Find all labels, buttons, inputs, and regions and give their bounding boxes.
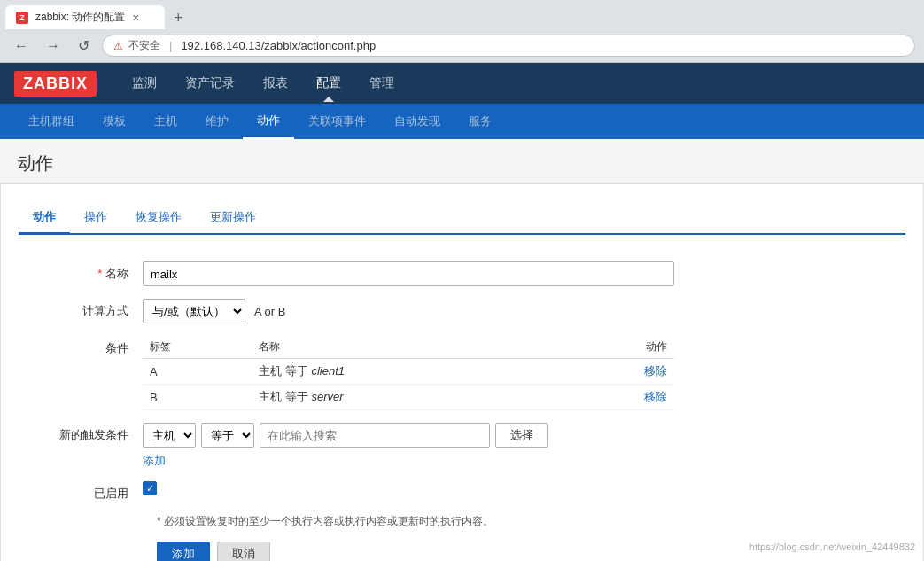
calc-row: 计算方式 与/或（默认） A or B	[19, 299, 905, 323]
calc-desc: A or B	[254, 305, 285, 318]
top-nav-item-assets[interactable]: 资产记录	[171, 65, 249, 102]
col-tag: 标签	[143, 336, 252, 359]
name-control	[143, 261, 674, 286]
top-nav-items: 监测 资产记录 报表 配置 管理	[118, 65, 408, 102]
footer-note: * 必须设置恢复时的至少一个执行内容或执行内容或更新时的执行内容。	[157, 514, 905, 529]
remove-link-a[interactable]: 移除	[644, 364, 667, 378]
sub-nav-discovery[interactable]: 自动发现	[380, 105, 454, 138]
top-nav-item-monitor[interactable]: 监测	[118, 65, 171, 102]
main-content: 动作 动作 操作 恢复操作 更新操作 * 名称 计算方式	[0, 139, 924, 561]
row-action-a: 移除	[560, 359, 674, 385]
sub-nav-actions[interactable]: 动作	[243, 104, 294, 140]
sub-nav-services[interactable]: 服务	[454, 105, 506, 138]
sub-nav: 主机群组 模板 主机 维护 动作 关联项事件 自动发现 服务	[0, 104, 924, 139]
page-title: 动作	[0, 139, 924, 183]
calc-select[interactable]: 与/或（默认）	[143, 299, 245, 323]
new-trigger-label: 新的触发条件	[19, 423, 143, 443]
top-nav-item-config[interactable]: 配置	[302, 65, 355, 102]
name-input[interactable]	[143, 261, 674, 286]
address-box[interactable]: ⚠ 不安全 | 192.168.140.13/zabbix/actionconf…	[102, 35, 915, 57]
sub-nav-event-correlation[interactable]: 关联项事件	[294, 105, 380, 138]
trigger-op-select[interactable]: 等于	[201, 423, 254, 448]
enabled-control: ✓	[143, 481, 674, 495]
calc-control: 与/或（默认） A or B	[143, 299, 674, 323]
form-section: * 名称 计算方式 与/或（默认） A or B 条件	[19, 253, 905, 561]
sub-nav-hostgroups[interactable]: 主机群组	[14, 105, 89, 138]
col-action: 动作	[560, 336, 674, 359]
sub-nav-templates[interactable]: 模板	[89, 105, 140, 138]
new-trigger-row: 新的触发条件 主机 等于 选择 添加	[19, 423, 905, 469]
submit-button[interactable]: 添加	[157, 542, 210, 561]
tab-operations[interactable]: 操作	[70, 202, 121, 235]
conditions-control: 标签 名称 动作 A 主机 等于 client1 移除	[143, 336, 674, 410]
watermark: https://blog.csdn.net/weixin_42449832	[749, 542, 915, 552]
conditions-table: 标签 名称 动作 A 主机 等于 client1 移除	[143, 336, 674, 410]
row-name-b: 主机 等于 server	[252, 385, 559, 410]
tab-bar: Z zabbix: 动作的配置 × +	[0, 0, 924, 29]
enabled-row: 已启用 ✓	[19, 481, 905, 502]
col-name: 名称	[252, 336, 559, 359]
browser-chrome: Z zabbix: 动作的配置 × + ← → ↺ ⚠ 不安全 | 192.16…	[0, 0, 924, 63]
tab-action[interactable]: 动作	[19, 202, 70, 235]
conditions-row: 条件 标签 名称 动作 A 主机	[19, 336, 905, 410]
top-nav-item-reports[interactable]: 报表	[249, 65, 302, 102]
enabled-checkbox-row: ✓	[143, 481, 674, 495]
lock-icon: ⚠	[113, 40, 123, 52]
zabbix-logo[interactable]: ZABBIX	[14, 71, 97, 97]
name-label: * 名称	[19, 261, 143, 282]
tab-update[interactable]: 更新操作	[196, 202, 270, 235]
address-bar: ← → ↺ ⚠ 不安全 | 192.168.140.13/zabbix/acti…	[0, 29, 924, 62]
trigger-row: 主机 等于 选择	[143, 423, 674, 448]
remove-link-b[interactable]: 移除	[644, 390, 667, 403]
tab-close-button[interactable]: ×	[132, 12, 139, 24]
add-condition-link[interactable]: 添加	[143, 453, 166, 469]
new-trigger-control: 主机 等于 选择 添加	[143, 423, 674, 469]
browser-tab[interactable]: Z zabbix: 动作的配置 ×	[5, 5, 165, 29]
table-row: A 主机 等于 client1 移除	[143, 359, 674, 385]
name-row: * 名称	[19, 261, 905, 286]
row-tag-a: A	[143, 359, 252, 385]
enabled-label: 已启用	[19, 481, 143, 502]
tab-recovery[interactable]: 恢复操作	[121, 202, 196, 235]
name-required-star: *	[97, 267, 105, 280]
reload-button[interactable]: ↺	[73, 35, 95, 56]
top-nav-item-admin[interactable]: 管理	[355, 65, 408, 102]
row-name-a: 主机 等于 client1	[252, 359, 559, 385]
content-area: 动作 操作 恢复操作 更新操作 * 名称 计算方式 与/或（默认	[0, 183, 924, 561]
trigger-search-input[interactable]	[260, 423, 490, 448]
row-tag-b: B	[143, 385, 252, 410]
favicon-icon: Z	[16, 12, 28, 24]
conditions-label: 条件	[19, 336, 143, 356]
forward-button[interactable]: →	[41, 36, 66, 56]
calc-label: 计算方式	[19, 299, 143, 319]
back-button[interactable]: ←	[9, 36, 34, 56]
row-action-b: 移除	[560, 385, 674, 410]
new-tab-button[interactable]: +	[165, 7, 192, 29]
address-text: 192.168.140.13/zabbix/actionconf.php	[181, 39, 904, 52]
tab-title: zabbix: 动作的配置	[35, 10, 125, 25]
cancel-button[interactable]: 取消	[217, 542, 270, 561]
enabled-checkbox[interactable]: ✓	[143, 481, 157, 495]
insecure-label: 不安全	[128, 38, 160, 53]
select-button[interactable]: 选择	[495, 423, 548, 448]
sub-nav-maintenance[interactable]: 维护	[191, 105, 243, 138]
top-nav: ZABBIX 监测 资产记录 报表 配置 管理	[0, 63, 924, 104]
table-row: B 主机 等于 server 移除	[143, 385, 674, 410]
trigger-type-select[interactable]: 主机	[143, 423, 196, 448]
sub-nav-hosts[interactable]: 主机	[140, 105, 191, 138]
tab-bar-form: 动作 操作 恢复操作 更新操作	[19, 202, 905, 235]
